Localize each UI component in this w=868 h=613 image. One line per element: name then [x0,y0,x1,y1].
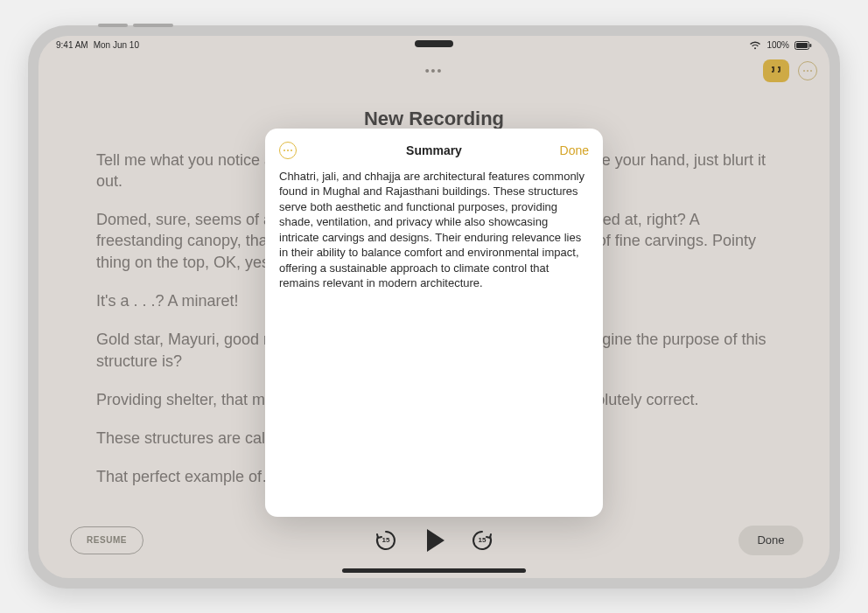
battery-percent: 100% [766,40,789,50]
summary-title: Summary [406,143,462,157]
svg-point-6 [284,150,285,151]
summary-done-button[interactable]: Done [560,143,589,157]
svg-rect-1 [796,43,808,48]
device-edge-button [133,24,173,27]
home-indicator[interactable] [342,568,526,573]
playback-done-button[interactable]: Done [738,526,803,555]
battery-icon [794,41,812,50]
camera-notch [415,40,453,47]
skip-forward-15-button[interactable]: 15 [471,529,494,552]
resume-button[interactable]: RESUME [70,526,144,554]
status-time: 9:41 AM [56,40,88,50]
skip-back-amount: 15 [374,529,397,552]
status-date: Mon Jun 10 [94,40,139,50]
device-edge-button [98,24,128,27]
svg-point-8 [290,150,292,151]
wifi-icon [749,41,761,50]
playback-bar: RESUME 15 15 Done [38,519,830,562]
skip-back-15-button[interactable]: 15 [374,529,397,552]
summary-body: Chhatri, jali, and chhajja are architect… [279,169,589,291]
summary-modal: Summary Done Chhatri, jali, and chhajja … [265,129,603,517]
skip-forward-amount: 15 [471,529,494,552]
ipad-device-frame: 9:41 AM Mon Jun 10 100% [28,25,840,589]
svg-point-7 [287,150,289,151]
play-button[interactable] [424,529,444,552]
summary-options-button[interactable] [279,142,297,159]
play-icon [427,529,444,552]
screen: 9:41 AM Mon Jun 10 100% [38,36,830,578]
svg-rect-2 [810,44,812,47]
